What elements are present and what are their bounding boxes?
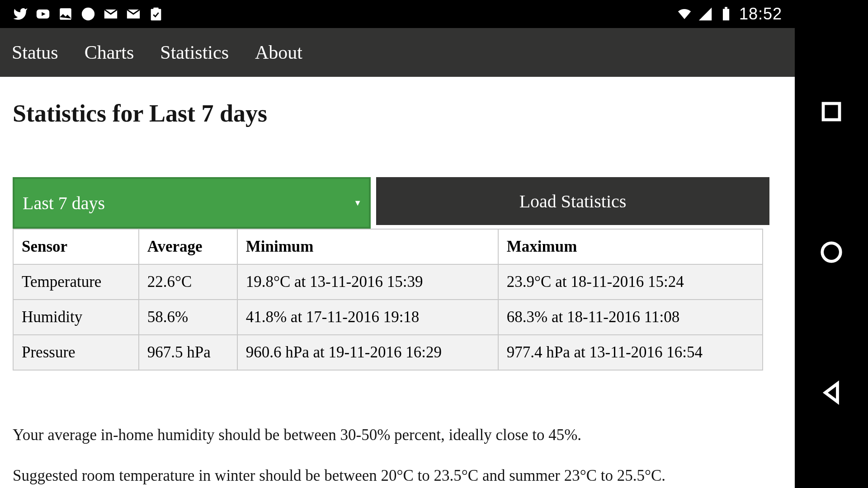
android-home-button[interactable] (819, 240, 844, 266)
header-minimum: Minimum (237, 229, 498, 264)
nav-status[interactable]: Status (12, 42, 58, 63)
cell-sensor: Pressure (13, 335, 139, 370)
status-bar: 18:52 (0, 0, 795, 28)
period-select[interactable]: Last 7 days ▼ (13, 177, 371, 229)
advice-temperature: Suggested room temperature in winter sho… (13, 465, 795, 486)
nav-statistics[interactable]: Statistics (160, 42, 229, 63)
android-back-button[interactable] (819, 380, 844, 407)
photo-icon (58, 6, 73, 22)
svg-rect-7 (823, 103, 840, 120)
chevron-down-icon: ▼ (354, 198, 362, 208)
cell-average: 58.6% (139, 300, 237, 335)
advice-text: Your average in-home humidity should be … (13, 425, 795, 486)
advice-humidity: Your average in-home humidity should be … (13, 425, 795, 446)
cell-signal-icon (698, 6, 713, 22)
clipboard-check-icon (148, 6, 164, 22)
youtube-icon (35, 6, 51, 22)
cell-average: 967.5 hPa (139, 335, 237, 370)
load-statistics-button[interactable]: Load Statistics (376, 177, 769, 225)
cell-maximum: 977.4 hPa at 13-11-2016 16:54 (498, 335, 763, 370)
nav-about[interactable]: About (255, 42, 302, 63)
table-row: Pressure 967.5 hPa 960.6 hPa at 19-11-20… (13, 335, 763, 370)
android-overview-button[interactable] (819, 99, 844, 126)
status-bar-notifications (0, 6, 164, 22)
svg-rect-5 (723, 9, 729, 20)
android-system-nav (795, 0, 868, 488)
battery-icon (718, 6, 734, 22)
header-sensor: Sensor (13, 229, 139, 264)
cell-maximum: 68.3% at 18-11-2016 11:08 (498, 300, 763, 335)
cell-minimum: 41.8% at 17-11-2016 19:18 (237, 300, 498, 335)
controls-row: Last 7 days ▼ Load Statistics (13, 177, 795, 229)
content-area: Statistics for Last 7 days Last 7 days ▼… (0, 77, 795, 488)
header-average: Average (139, 229, 237, 264)
cell-sensor: Humidity (13, 300, 139, 335)
status-bar-clock: 18:52 (739, 5, 782, 23)
app-navbar: Status Charts Statistics About (0, 28, 795, 77)
wifi-icon (677, 6, 692, 22)
svg-point-8 (822, 243, 841, 262)
nav-charts[interactable]: Charts (85, 42, 134, 63)
cell-maximum: 23.9°C at 18-11-2016 15:24 (498, 264, 763, 300)
cell-minimum: 960.6 hPa at 19-11-2016 16:29 (237, 335, 498, 370)
table-row: Humidity 58.6% 41.8% at 17-11-2016 19:18… (13, 300, 763, 335)
header-maximum: Maximum (498, 229, 763, 264)
cell-average: 22.6°C (139, 264, 237, 300)
status-bar-system: 18:52 (677, 5, 795, 23)
cell-sensor: Temperature (13, 264, 139, 300)
statistics-table: Sensor Average Minimum Maximum Temperatu… (13, 229, 763, 371)
svg-rect-4 (153, 8, 158, 10)
table-header-row: Sensor Average Minimum Maximum (13, 229, 763, 264)
twitter-icon (13, 6, 28, 22)
cell-minimum: 19.8°C at 13-11-2016 15:39 (237, 264, 498, 300)
mail-icon (103, 6, 118, 22)
period-select-value: Last 7 days (23, 192, 105, 214)
svg-rect-6 (725, 7, 727, 9)
page-title: Statistics for Last 7 days (13, 99, 795, 127)
photos-pinwheel-icon (80, 6, 96, 22)
mail-icon (126, 6, 141, 22)
table-row: Temperature 22.6°C 19.8°C at 13-11-2016 … (13, 264, 763, 300)
